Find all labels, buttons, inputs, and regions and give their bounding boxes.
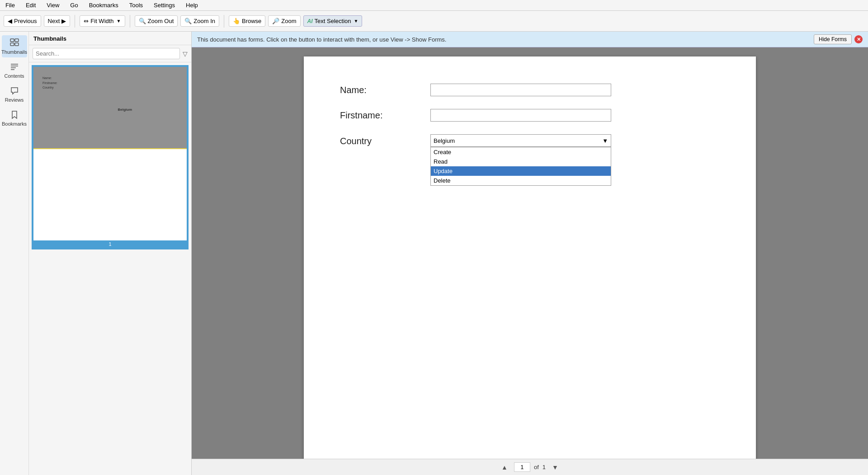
menu-file[interactable]: File: [4, 1, 17, 9]
separator-3: [224, 15, 224, 28]
contents-icon: [9, 62, 19, 72]
thumbnails-title: Thumbnails: [33, 35, 66, 42]
zoom-in-button[interactable]: 🔍 Zoom In: [180, 15, 219, 27]
toolbar: ◀ Previous Next ▶ ⇔ Fit Width ▼ 🔍 Zoom O…: [0, 11, 868, 32]
close-banner-button[interactable]: ✕: [854, 35, 863, 43]
thumbnails-search-bar: ▽: [29, 45, 191, 62]
forms-banner: This document has forms. Click on the bu…: [192, 32, 868, 47]
next-label: Next: [48, 18, 60, 24]
thumbnails-header: Thumbnails: [29, 32, 191, 45]
document-page: Name: Firstname: Country Belgium ▼: [304, 56, 756, 459]
page-total: 1: [542, 464, 546, 470]
menu-view[interactable]: View: [45, 1, 61, 9]
sidebar-item-contents[interactable]: Contents: [2, 59, 27, 81]
text-selection-arrow: ▼: [354, 19, 359, 24]
separator-1: [75, 15, 75, 28]
forms-banner-actions: Hide Forms ✕: [814, 34, 863, 44]
previous-button[interactable]: ◀ Previous: [4, 15, 41, 27]
page-next-button[interactable]: ▼: [549, 463, 561, 472]
filter-icon[interactable]: ▽: [183, 50, 188, 57]
next-icon: ▶: [61, 18, 66, 24]
thumbnails-label: Thumbnails: [1, 49, 27, 55]
option-update[interactable]: Update: [431, 166, 611, 176]
fit-width-arrow: ▼: [117, 19, 121, 24]
country-select-value: Belgium: [434, 137, 455, 144]
option-create[interactable]: Create: [431, 147, 611, 157]
svg-rect-0: [10, 39, 14, 42]
svg-rect-3: [15, 43, 19, 46]
zoom-button[interactable]: 🔎 Zoom: [268, 15, 300, 27]
browse-icon: 👆: [233, 18, 240, 24]
menu-bar: File Edit View Go Bookmarks Tools Settin…: [0, 0, 868, 11]
form-field-firstname: Firstname:: [340, 109, 720, 122]
menu-bookmarks[interactable]: Bookmarks: [87, 1, 120, 9]
thumbnail-upper-area: Name: Firstname: Country Belgium: [33, 67, 187, 148]
thumbnail-page-number: 1: [33, 240, 187, 248]
ai-text-icon: AI: [307, 18, 313, 24]
previous-label: Previous: [14, 18, 37, 24]
fit-width-button[interactable]: ⇔ Fit Width ▼: [80, 15, 125, 27]
country-select[interactable]: Belgium ▼: [430, 134, 611, 147]
search-input[interactable]: [33, 48, 180, 59]
svg-rect-1: [15, 39, 19, 42]
page-navigation: ▲ of 1 ▼: [192, 459, 868, 475]
hide-forms-button[interactable]: Hide Forms: [814, 34, 852, 44]
main-layout: Thumbnails Contents Reviews Bookmarks: [0, 32, 868, 475]
document-area: This document has forms. Click on the bu…: [192, 32, 868, 475]
sidebar-item-bookmarks[interactable]: Bookmarks: [2, 107, 27, 129]
thumbnail-fields: Name: Firstname: Country: [42, 76, 57, 90]
bookmarks-label: Bookmarks: [2, 121, 27, 127]
page-of-label: of: [534, 464, 539, 470]
form-field-name: Name:: [340, 84, 720, 96]
zoom-label: Zoom: [281, 18, 296, 24]
next-button[interactable]: Next ▶: [44, 15, 71, 27]
form-field-country: Country Belgium ▼ Create Read Update Del…: [340, 134, 720, 147]
text-selection-button[interactable]: AI Text Selection ▼: [303, 15, 363, 27]
thumbnail-lower-area: [33, 148, 187, 248]
text-selection-label: Text Selection: [315, 18, 351, 24]
sidebar-item-reviews[interactable]: Reviews: [2, 83, 27, 105]
thumbnails-list: Name: Firstname: Country Belgium 1: [29, 62, 191, 475]
bookmarks-icon: [9, 110, 19, 120]
previous-icon: ◀: [8, 18, 12, 24]
menu-go[interactable]: Go: [68, 1, 80, 9]
country-label: Country: [340, 134, 430, 146]
page-prev-button[interactable]: ▲: [499, 463, 510, 472]
menu-tools[interactable]: Tools: [127, 1, 145, 9]
browse-label: Browse: [242, 18, 261, 24]
svg-rect-2: [10, 43, 14, 46]
contents-label: Contents: [4, 73, 24, 79]
country-dropdown-options: Create Read Update Delete: [430, 147, 611, 186]
page-number-input[interactable]: [514, 462, 530, 472]
menu-help[interactable]: Help: [184, 1, 200, 9]
thumbnails-panel: Thumbnails ▽ Name: Firstname: Country Be…: [29, 32, 192, 475]
firstname-input[interactable]: [430, 109, 611, 122]
document-scroll-area[interactable]: Name: Firstname: Country Belgium ▼: [192, 47, 868, 459]
separator-2: [130, 15, 130, 28]
thumbnail-belgium: Belgium: [118, 108, 132, 112]
zoom-out-icon: 🔍: [139, 18, 146, 24]
name-input[interactable]: [430, 84, 611, 96]
country-select-arrow: ▼: [602, 137, 608, 144]
zoom-icon: 🔎: [272, 18, 279, 24]
zoom-out-label: Zoom Out: [148, 18, 174, 24]
option-delete[interactable]: Delete: [431, 176, 611, 185]
fit-width-icon: ⇔: [84, 18, 89, 24]
forms-banner-message: This document has forms. Click on the bu…: [197, 36, 446, 43]
thumbnail-page-container: Name: Firstname: Country Belgium 1: [33, 66, 188, 249]
sidebar-item-thumbnails[interactable]: Thumbnails: [2, 35, 27, 57]
menu-settings[interactable]: Settings: [152, 1, 177, 9]
option-read[interactable]: Read: [431, 157, 611, 166]
name-label: Name:: [340, 85, 430, 95]
menu-edit[interactable]: Edit: [24, 1, 38, 9]
reviews-icon: [9, 86, 19, 96]
zoom-in-label: Zoom In: [193, 18, 215, 24]
reviews-label: Reviews: [5, 97, 24, 103]
zoom-out-button[interactable]: 🔍 Zoom Out: [135, 15, 178, 27]
browse-button[interactable]: 👆 Browse: [229, 15, 265, 27]
zoom-in-icon: 🔍: [184, 18, 192, 24]
firstname-label: Firstname:: [340, 110, 430, 121]
thumbnails-icon: [9, 38, 19, 48]
thumbnail-page-1[interactable]: Name: Firstname: Country Belgium 1: [33, 66, 188, 249]
country-select-container: Belgium ▼ Create Read Update Delete: [430, 134, 611, 147]
